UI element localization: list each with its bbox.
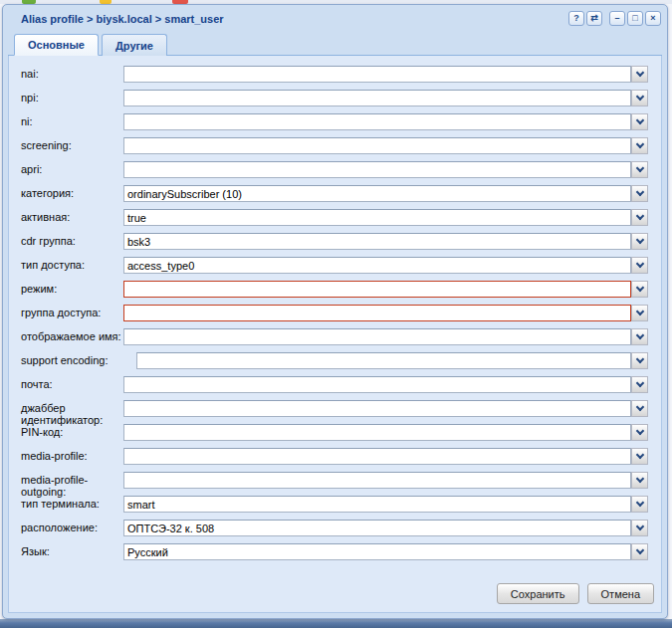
chevron-down-icon[interactable] xyxy=(631,113,648,130)
tab-drugie[interactable]: Другие xyxy=(102,34,167,56)
combobox[interactable]: smart xyxy=(123,496,648,513)
combobox[interactable] xyxy=(123,66,648,83)
chevron-down-icon[interactable] xyxy=(631,66,648,83)
combobox[interactable] xyxy=(123,137,648,154)
combo-value[interactable]: Русский xyxy=(123,543,631,560)
cancel-button[interactable]: Отмена xyxy=(587,583,654,604)
form-row: отображаемое имя: xyxy=(21,328,648,345)
form-row: media-profile: xyxy=(21,448,648,465)
chevron-down-icon[interactable] xyxy=(631,424,648,441)
chevron-down-icon[interactable] xyxy=(631,90,648,106)
chevron-down-icon[interactable] xyxy=(631,161,648,178)
combo-value[interactable]: smart xyxy=(123,496,631,513)
combobox[interactable] xyxy=(123,376,648,393)
form-row: support encoding: xyxy=(21,352,648,369)
chevron-down-icon[interactable] xyxy=(631,376,648,393)
combobox[interactable]: access_type0 xyxy=(123,257,648,274)
combo-value[interactable] xyxy=(123,424,631,441)
chevron-down-icon[interactable] xyxy=(631,352,648,369)
form-row: media-profile-outgoing: xyxy=(21,472,648,489)
form-row: расположение: ОПТСЭ-32 к. 508 xyxy=(21,520,648,536)
combo-value[interactable] xyxy=(123,376,631,393)
help-icon[interactable]: ? xyxy=(568,11,584,26)
combo-value[interactable] xyxy=(123,66,631,83)
combo-value[interactable] xyxy=(123,305,631,321)
form-row: режим: xyxy=(21,281,648,298)
combobox[interactable] xyxy=(123,328,648,345)
form-row: apri: xyxy=(21,161,648,178)
chevron-down-icon[interactable] xyxy=(631,520,648,536)
combobox[interactable] xyxy=(136,352,648,369)
combo-value[interactable] xyxy=(136,352,631,369)
chevron-down-icon[interactable] xyxy=(631,281,648,298)
form-row: почта: xyxy=(21,376,648,393)
combobox[interactable] xyxy=(123,161,648,178)
combobox[interactable] xyxy=(123,305,648,321)
combo-value[interactable]: true xyxy=(123,209,631,226)
chevron-down-icon[interactable] xyxy=(631,472,648,489)
form-row: nai: xyxy=(21,66,648,83)
combobox[interactable] xyxy=(123,90,648,106)
titlebar: Alias profile > biysk.local > smart_user… xyxy=(3,5,667,29)
chevron-down-icon[interactable] xyxy=(631,257,648,274)
combobox[interactable]: Русский xyxy=(123,543,648,560)
field-label: apri: xyxy=(21,161,123,178)
combobox[interactable] xyxy=(123,448,648,465)
chevron-down-icon[interactable] xyxy=(631,496,648,513)
form-row: cdr группа: bsk3 xyxy=(21,233,648,250)
form-row: Язык: Русский xyxy=(21,543,648,560)
field-label: Язык: xyxy=(21,543,123,560)
combo-value[interactable]: bsk3 xyxy=(123,233,631,250)
form-row: ni: xyxy=(21,113,648,130)
combo-value[interactable] xyxy=(123,161,631,178)
form-row: активная: true xyxy=(21,209,648,226)
combobox[interactable]: true xyxy=(123,209,648,226)
close-icon[interactable]: × xyxy=(645,11,661,26)
combo-value[interactable] xyxy=(123,90,631,106)
save-button[interactable]: Сохранить xyxy=(497,583,579,604)
combobox[interactable] xyxy=(123,400,648,417)
combobox[interactable]: ordinarySubscriber (10) xyxy=(123,185,648,202)
combo-value[interactable] xyxy=(123,281,631,298)
chevron-down-icon[interactable] xyxy=(631,305,648,321)
field-label: активная: xyxy=(21,209,123,226)
minimize-icon[interactable]: – xyxy=(609,11,625,26)
chevron-down-icon[interactable] xyxy=(631,400,648,417)
tab-osnovnye[interactable]: Основные xyxy=(14,34,99,56)
form-row: тип доступа: access_type0 xyxy=(21,257,648,274)
maximize-icon[interactable]: □ xyxy=(627,11,643,26)
chevron-down-icon[interactable] xyxy=(631,185,648,202)
combo-value[interactable] xyxy=(123,113,631,130)
combo-value[interactable] xyxy=(123,137,631,154)
chevron-down-icon[interactable] xyxy=(631,543,648,560)
footer-toolbar: Сохранить Отмена xyxy=(9,583,661,612)
combo-value[interactable]: ОПТСЭ-32 к. 508 xyxy=(123,520,631,536)
combobox[interactable] xyxy=(123,113,648,130)
combo-value[interactable]: access_type0 xyxy=(123,257,631,274)
field-label: отображаемое имя: xyxy=(21,328,123,345)
field-label: категория: xyxy=(21,185,123,202)
combo-value[interactable] xyxy=(123,328,631,345)
field-label: media-profile: xyxy=(21,448,123,465)
combo-value[interactable]: ordinarySubscriber (10) xyxy=(123,185,631,202)
combobox[interactable]: bsk3 xyxy=(123,233,648,250)
tab-panel: Основные Другие nai: npi: ni: screening: xyxy=(8,29,662,613)
field-label: ni: xyxy=(21,113,123,130)
combo-value[interactable] xyxy=(123,400,631,417)
combo-value[interactable] xyxy=(123,472,631,489)
combobox[interactable] xyxy=(123,424,648,441)
form-row: npi: xyxy=(21,90,648,106)
refresh-icon[interactable]: ⇄ xyxy=(586,11,602,26)
chevron-down-icon[interactable] xyxy=(631,233,648,250)
combobox[interactable] xyxy=(123,472,648,489)
field-label: почта: xyxy=(21,376,123,393)
field-label: support encoding: xyxy=(21,352,123,369)
combobox[interactable]: ОПТСЭ-32 к. 508 xyxy=(123,520,648,536)
chevron-down-icon[interactable] xyxy=(631,137,648,154)
combobox[interactable] xyxy=(123,281,648,298)
field-label: nai: xyxy=(21,66,123,83)
chevron-down-icon[interactable] xyxy=(631,328,648,345)
combo-value[interactable] xyxy=(123,448,631,465)
chevron-down-icon[interactable] xyxy=(631,209,648,226)
chevron-down-icon[interactable] xyxy=(631,448,648,465)
